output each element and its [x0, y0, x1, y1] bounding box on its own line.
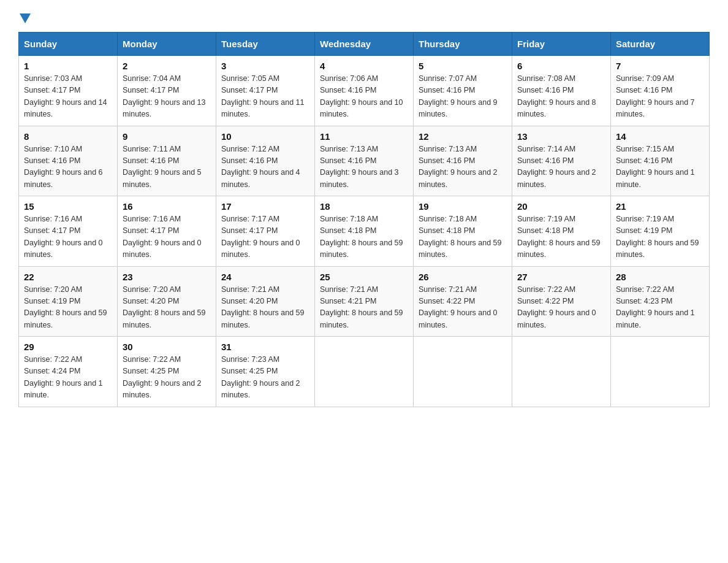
- day-number: 31: [221, 342, 309, 352]
- calendar-cell: 17 Sunrise: 7:17 AMSunset: 4:17 PMDaylig…: [216, 196, 315, 267]
- calendar-cell: 23 Sunrise: 7:20 AMSunset: 4:20 PMDaylig…: [118, 266, 216, 337]
- page-header: [18, 12, 710, 21]
- calendar-week-row: 15 Sunrise: 7:16 AMSunset: 4:17 PMDaylig…: [19, 196, 710, 267]
- calendar-cell: 3 Sunrise: 7:05 AMSunset: 4:17 PMDayligh…: [216, 56, 315, 126]
- day-info: Sunrise: 7:17 AMSunset: 4:17 PMDaylight:…: [221, 213, 309, 261]
- calendar-cell: 28 Sunrise: 7:22 AMSunset: 4:23 PMDaylig…: [611, 266, 710, 337]
- header-friday: Friday: [512, 33, 611, 56]
- calendar-cell: 29 Sunrise: 7:22 AMSunset: 4:24 PMDaylig…: [19, 337, 118, 407]
- day-number: 17: [221, 201, 309, 212]
- header-tuesday: Tuesday: [216, 33, 315, 56]
- day-info: Sunrise: 7:16 AMSunset: 4:17 PMDaylight:…: [123, 213, 211, 261]
- day-info: Sunrise: 7:10 AMSunset: 4:16 PMDaylight:…: [24, 144, 112, 191]
- day-info: Sunrise: 7:21 AMSunset: 4:21 PMDaylight:…: [320, 284, 408, 332]
- day-number: 5: [419, 61, 507, 71]
- day-number: 21: [616, 201, 704, 212]
- day-number: 25: [320, 272, 408, 282]
- calendar-cell: 25 Sunrise: 7:21 AMSunset: 4:21 PMDaylig…: [315, 266, 414, 337]
- header-thursday: Thursday: [414, 33, 512, 56]
- day-info: Sunrise: 7:19 AMSunset: 4:19 PMDaylight:…: [616, 213, 704, 261]
- calendar-cell: 14 Sunrise: 7:15 AMSunset: 4:16 PMDaylig…: [611, 126, 710, 196]
- calendar-header-row: SundayMondayTuesdayWednesdayThursdayFrid…: [19, 33, 710, 56]
- day-info: Sunrise: 7:04 AMSunset: 4:17 PMDaylight:…: [123, 73, 211, 121]
- day-number: 28: [616, 272, 704, 282]
- day-info: Sunrise: 7:18 AMSunset: 4:18 PMDaylight:…: [320, 213, 408, 261]
- day-number: 9: [123, 131, 211, 142]
- calendar-cell: 7 Sunrise: 7:09 AMSunset: 4:16 PMDayligh…: [611, 56, 710, 126]
- day-number: 22: [24, 272, 112, 282]
- calendar-cell: 16 Sunrise: 7:16 AMSunset: 4:17 PMDaylig…: [118, 196, 216, 267]
- logo-triangle-icon: [20, 13, 31, 23]
- day-number: 27: [517, 272, 605, 282]
- day-number: 24: [221, 272, 309, 282]
- calendar-week-row: 8 Sunrise: 7:10 AMSunset: 4:16 PMDayligh…: [19, 126, 710, 196]
- header-sunday: Sunday: [19, 33, 118, 56]
- day-number: 30: [123, 342, 211, 352]
- calendar-cell: [315, 337, 414, 407]
- calendar-week-row: 22 Sunrise: 7:20 AMSunset: 4:19 PMDaylig…: [19, 266, 710, 337]
- day-number: 23: [123, 272, 211, 282]
- calendar-cell: 27 Sunrise: 7:22 AMSunset: 4:22 PMDaylig…: [512, 266, 611, 337]
- day-number: 7: [616, 61, 704, 71]
- day-number: 15: [24, 201, 112, 212]
- day-info: Sunrise: 7:12 AMSunset: 4:16 PMDaylight:…: [221, 144, 309, 191]
- calendar-cell: 4 Sunrise: 7:06 AMSunset: 4:16 PMDayligh…: [315, 56, 414, 126]
- day-number: 14: [616, 131, 704, 142]
- day-info: Sunrise: 7:03 AMSunset: 4:17 PMDaylight:…: [24, 73, 112, 121]
- day-info: Sunrise: 7:22 AMSunset: 4:22 PMDaylight:…: [517, 284, 605, 332]
- svg-marker-0: [20, 13, 31, 23]
- day-number: 20: [517, 201, 605, 212]
- calendar-cell: 1 Sunrise: 7:03 AMSunset: 4:17 PMDayligh…: [19, 56, 118, 126]
- calendar-cell: 21 Sunrise: 7:19 AMSunset: 4:19 PMDaylig…: [611, 196, 710, 267]
- day-number: 29: [24, 342, 112, 352]
- day-number: 1: [24, 61, 112, 71]
- calendar-cell: 11 Sunrise: 7:13 AMSunset: 4:16 PMDaylig…: [315, 126, 414, 196]
- calendar-cell: 18 Sunrise: 7:18 AMSunset: 4:18 PMDaylig…: [315, 196, 414, 267]
- day-info: Sunrise: 7:16 AMSunset: 4:17 PMDaylight:…: [24, 213, 112, 261]
- calendar-cell: 10 Sunrise: 7:12 AMSunset: 4:16 PMDaylig…: [216, 126, 315, 196]
- day-info: Sunrise: 7:20 AMSunset: 4:20 PMDaylight:…: [123, 284, 211, 332]
- calendar-week-row: 1 Sunrise: 7:03 AMSunset: 4:17 PMDayligh…: [19, 56, 710, 126]
- calendar-cell: 26 Sunrise: 7:21 AMSunset: 4:22 PMDaylig…: [414, 266, 512, 337]
- day-info: Sunrise: 7:21 AMSunset: 4:20 PMDaylight:…: [221, 284, 309, 332]
- calendar-cell: 13 Sunrise: 7:14 AMSunset: 4:16 PMDaylig…: [512, 126, 611, 196]
- day-number: 10: [221, 131, 309, 142]
- day-info: Sunrise: 7:05 AMSunset: 4:17 PMDaylight:…: [221, 73, 309, 121]
- day-number: 4: [320, 61, 408, 71]
- day-number: 6: [517, 61, 605, 71]
- calendar-cell: 5 Sunrise: 7:07 AMSunset: 4:16 PMDayligh…: [414, 56, 512, 126]
- calendar-cell: 19 Sunrise: 7:18 AMSunset: 4:18 PMDaylig…: [414, 196, 512, 267]
- header-wednesday: Wednesday: [315, 33, 414, 56]
- calendar-cell: [512, 337, 611, 407]
- calendar-cell: 24 Sunrise: 7:21 AMSunset: 4:20 PMDaylig…: [216, 266, 315, 337]
- calendar-week-row: 29 Sunrise: 7:22 AMSunset: 4:24 PMDaylig…: [19, 337, 710, 407]
- day-number: 12: [419, 131, 507, 142]
- day-info: Sunrise: 7:22 AMSunset: 4:24 PMDaylight:…: [24, 354, 112, 402]
- calendar-cell: 12 Sunrise: 7:13 AMSunset: 4:16 PMDaylig…: [414, 126, 512, 196]
- day-number: 18: [320, 201, 408, 212]
- calendar-cell: [611, 337, 710, 407]
- day-info: Sunrise: 7:19 AMSunset: 4:18 PMDaylight:…: [517, 213, 605, 261]
- day-info: Sunrise: 7:15 AMSunset: 4:16 PMDaylight:…: [616, 144, 704, 191]
- calendar-cell: 15 Sunrise: 7:16 AMSunset: 4:17 PMDaylig…: [19, 196, 118, 267]
- day-info: Sunrise: 7:22 AMSunset: 4:25 PMDaylight:…: [123, 354, 211, 402]
- day-number: 26: [419, 272, 507, 282]
- day-number: 11: [320, 131, 408, 142]
- calendar-cell: [414, 337, 512, 407]
- day-info: Sunrise: 7:07 AMSunset: 4:16 PMDaylight:…: [419, 73, 507, 121]
- day-info: Sunrise: 7:11 AMSunset: 4:16 PMDaylight:…: [123, 144, 211, 191]
- logo: [18, 12, 31, 21]
- day-info: Sunrise: 7:22 AMSunset: 4:23 PMDaylight:…: [616, 284, 704, 332]
- day-number: 13: [517, 131, 605, 142]
- day-info: Sunrise: 7:13 AMSunset: 4:16 PMDaylight:…: [419, 144, 507, 191]
- calendar-cell: 30 Sunrise: 7:22 AMSunset: 4:25 PMDaylig…: [118, 337, 216, 407]
- day-info: Sunrise: 7:06 AMSunset: 4:16 PMDaylight:…: [320, 73, 408, 121]
- calendar-cell: 22 Sunrise: 7:20 AMSunset: 4:19 PMDaylig…: [19, 266, 118, 337]
- calendar-cell: 2 Sunrise: 7:04 AMSunset: 4:17 PMDayligh…: [118, 56, 216, 126]
- day-number: 3: [221, 61, 309, 71]
- calendar-cell: 20 Sunrise: 7:19 AMSunset: 4:18 PMDaylig…: [512, 196, 611, 267]
- calendar-table: SundayMondayTuesdayWednesdayThursdayFrid…: [18, 32, 710, 407]
- header-monday: Monday: [118, 33, 216, 56]
- header-saturday: Saturday: [611, 33, 710, 56]
- calendar-cell: 31 Sunrise: 7:23 AMSunset: 4:25 PMDaylig…: [216, 337, 315, 407]
